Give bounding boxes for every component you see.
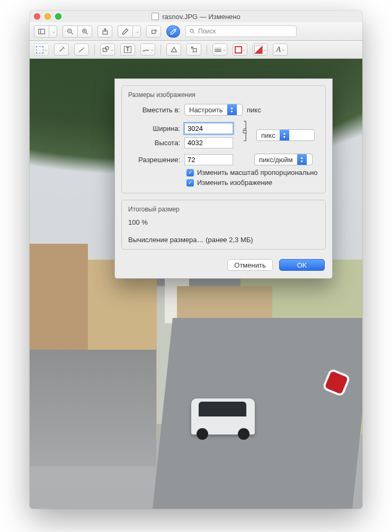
search-field[interactable]: Поиск — [185, 25, 297, 37]
svg-marker-21 — [171, 47, 176, 52]
prism-icon — [170, 46, 178, 54]
search-placeholder: Поиск — [198, 28, 216, 35]
fill-color-button[interactable]: ⌵ — [253, 43, 268, 56]
resulting-size-group: Итоговый размер 100 % Вычисление размера… — [121, 200, 326, 250]
svg-line-3 — [71, 32, 73, 34]
preview-window: rasnov.JPG — Изменено ⌵ — [30, 11, 362, 509]
border-style-button[interactable]: ⌵ — [212, 43, 227, 56]
selection-tool-button[interactable]: ⌵ — [34, 43, 49, 56]
svg-point-17 — [62, 46, 63, 47]
search-icon — [189, 28, 195, 34]
chevron-updown-icon: ▲▼ — [280, 130, 289, 140]
share-icon — [101, 28, 109, 36]
svg-point-16 — [63, 47, 64, 48]
adjust-size-dialog: Размеры изображения Вместить в: Настроит… — [114, 78, 333, 279]
markup-toggle-button[interactable] — [166, 25, 180, 38]
text-icon: T — [124, 46, 131, 53]
separator — [207, 45, 207, 55]
window-title: rasnov.JPG — Изменено — [30, 13, 362, 21]
rotate-button[interactable] — [146, 25, 161, 38]
sidebar-icon — [38, 28, 46, 36]
svg-line-6 — [86, 32, 87, 34]
document-icon — [152, 13, 159, 20]
fit-into-value: Настроить — [185, 106, 227, 114]
sidebar-menu-button[interactable]: ⌵ — [49, 25, 57, 38]
width-label: Ширина: — [128, 125, 180, 132]
height-label: Высота: — [128, 139, 180, 147]
resolution-input[interactable] — [184, 154, 233, 165]
titlebar: rasnov.JPG — Изменено — [30, 11, 362, 22]
fill-color-icon — [254, 46, 263, 54]
resize-icon — [190, 46, 198, 54]
zoom-out-button[interactable] — [63, 25, 77, 38]
adjust-size-button[interactable] — [186, 43, 201, 56]
height-input[interactable] — [184, 137, 233, 148]
lines-icon — [214, 46, 222, 54]
chevron-updown-icon: ▲▼ — [227, 104, 237, 115]
share-button[interactable] — [97, 25, 112, 38]
svg-point-13 — [190, 29, 193, 32]
ok-button[interactable]: OK — [279, 259, 325, 271]
resulting-calc: Вычисление размера… (ранее 2,3 МБ) — [128, 236, 319, 244]
resample-image-checkbox[interactable]: ✓ Изменить изображение — [186, 179, 319, 187]
fit-into-label: Вместить в: — [128, 106, 180, 114]
scale-proportionally-checkbox[interactable]: ✓ Изменить масштаб пропорционально — [186, 169, 319, 176]
filename: rasnov.JPG — [162, 13, 198, 21]
adjust-color-button[interactable] — [166, 43, 181, 56]
svg-rect-19 — [103, 48, 106, 51]
signature-icon — [142, 46, 150, 54]
resulting-size-title: Итоговый размер — [128, 206, 319, 213]
dimensions-title: Размеры изображения — [128, 91, 319, 99]
highlight-menu-button[interactable]: ⌵ — [132, 25, 141, 38]
resulting-percent: 100 % — [128, 218, 319, 226]
dimensions-group: Размеры изображения Вместить в: Настроит… — [121, 85, 326, 193]
text-style-icon: A — [276, 45, 281, 54]
resolution-unit-select[interactable]: пикс/дюйм ▲▼ — [254, 154, 313, 165]
svg-rect-22 — [193, 49, 196, 52]
chevron-updown-icon: ▲▼ — [297, 154, 307, 165]
svg-rect-11 — [152, 30, 155, 33]
document-status: Изменено — [208, 13, 240, 21]
dialog-buttons: Отменить OK — [115, 256, 332, 278]
resolution-unit-value: пикс/дюйм — [255, 156, 297, 164]
pencil-icon — [121, 28, 129, 36]
text-tool-button[interactable]: T — [120, 43, 135, 56]
markup-toolbar: ⌵ ⌵ T ⌵ ⌵ ⌵ ⌵ A⌵ — [30, 41, 362, 59]
separator — [161, 45, 161, 55]
resample-image-label: Изменить изображение — [197, 179, 272, 187]
selection-icon — [36, 46, 43, 54]
svg-line-15 — [59, 48, 64, 52]
dimension-unit-value: пикс — [257, 131, 280, 139]
width-input[interactable] — [184, 123, 233, 134]
shapes-button[interactable]: ⌵ — [100, 43, 115, 56]
zoom-in-icon — [81, 28, 89, 36]
separator — [94, 45, 95, 55]
zoom-out-icon — [66, 28, 74, 36]
checkmark-icon: ✓ — [186, 179, 194, 187]
border-color-button[interactable]: ⌵ — [233, 43, 247, 56]
rotate-icon — [150, 28, 158, 36]
checkmark-icon: ✓ — [186, 169, 194, 176]
scale-proportionally-label: Изменить масштаб пропорционально — [197, 169, 318, 176]
sign-button[interactable]: ⌵ — [140, 43, 155, 56]
resolution-label: Разрешение: — [128, 156, 180, 164]
sketch-tool-button[interactable] — [74, 43, 89, 56]
sidebar-toggle-button[interactable] — [34, 25, 49, 38]
shapes-icon — [102, 46, 110, 54]
svg-line-14 — [193, 32, 195, 34]
svg-point-12 — [175, 29, 176, 30]
main-toolbar: ⌵ ⌵ Поиск — [30, 22, 362, 41]
instant-alpha-button[interactable] — [54, 43, 69, 56]
highlight-button[interactable] — [118, 25, 132, 38]
fit-unit: пикс — [247, 106, 261, 114]
text-style-button[interactable]: A⌵ — [273, 43, 288, 56]
lock-aspect-button[interactable]: ⎤ ⎦ — [237, 123, 252, 139]
zoom-in-button[interactable] — [77, 25, 92, 38]
border-color-icon — [235, 46, 242, 54]
wand-icon — [58, 46, 66, 54]
cancel-button[interactable]: Отменить — [227, 259, 273, 271]
svg-rect-0 — [39, 29, 44, 34]
dimension-unit-select[interactable]: пикс ▲▼ — [256, 129, 315, 141]
fit-into-select[interactable]: Настроить ▲▼ — [184, 104, 243, 116]
svg-point-18 — [64, 48, 65, 49]
